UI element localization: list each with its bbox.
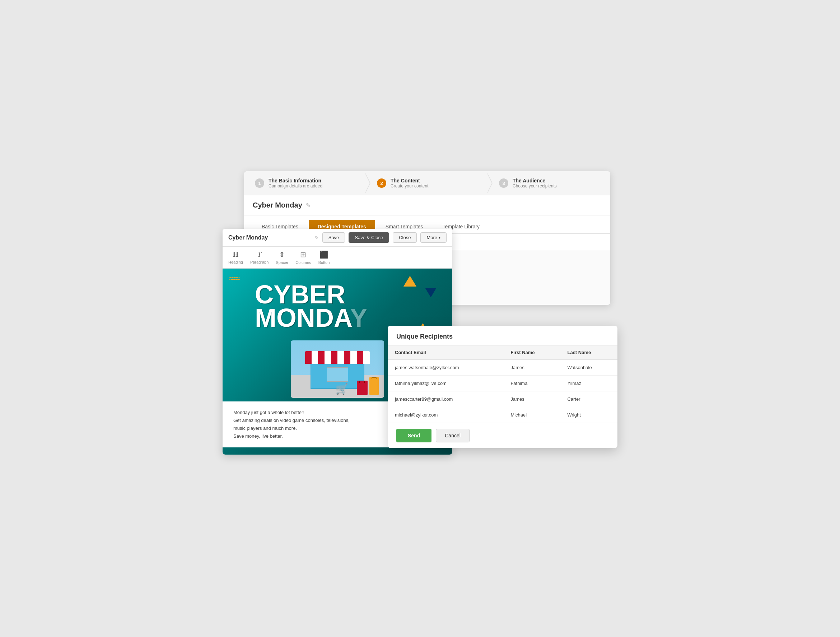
cart-icon: 🛒: [336, 383, 348, 395]
step-info-1: The Basic Information Campaign details a…: [268, 178, 322, 188]
bag-orange: [369, 377, 379, 395]
table-row: jamesccarter89@gmail.comJamesCarter: [388, 391, 617, 407]
cell-first: Michael: [503, 407, 560, 423]
cell-first: Fathima: [503, 376, 560, 391]
recipients-table: Contact Email First Name Last Name james…: [388, 345, 617, 423]
shopping-bags: [357, 377, 379, 395]
store-window: [327, 367, 348, 382]
step-number-1: 1: [255, 179, 264, 188]
toolbar-paragraph[interactable]: T Paragraph: [250, 250, 268, 265]
columns-label: Columns: [295, 260, 311, 265]
cell-email: fathima.yilmaz@live.com: [388, 376, 503, 391]
step-info-2: The Content Create your content: [390, 178, 428, 188]
spacer-icon: ⇕: [279, 250, 285, 259]
paragraph-label: Paragraph: [250, 260, 268, 264]
editor-title: Cyber Monday: [228, 234, 311, 241]
heading-label: Heading: [228, 260, 243, 264]
editor-header: Cyber Monday ✎ Save Save & Close Close M…: [223, 229, 452, 247]
campaign-edit-icon[interactable]: ✎: [306, 202, 311, 209]
step-title-3: The Audience: [513, 178, 557, 183]
toolbar-columns[interactable]: ⊞ Columns: [295, 250, 311, 265]
step-info-3: The Audience Choose your recipients: [513, 178, 557, 188]
wizard-step-2[interactable]: 2 The Content Create your content: [366, 171, 488, 195]
col-email: Contact Email: [388, 345, 503, 360]
table-row: fathima.yilmaz@live.comFathimaYilmaz: [388, 376, 617, 391]
cell-first: James: [503, 391, 560, 407]
table-header-row: Contact Email First Name Last Name: [388, 345, 617, 360]
bag-orange-handle: [371, 377, 377, 379]
more-button[interactable]: More ▾: [420, 232, 447, 243]
editor-toolbar: H Heading T Paragraph ⇕ Spacer ⊞ Columns…: [223, 247, 452, 269]
send-button[interactable]: Send: [396, 429, 431, 443]
cell-last: Watsonhale: [560, 360, 617, 376]
store-awning: [305, 351, 370, 364]
cell-last: Wright: [560, 407, 617, 423]
toolbar-heading[interactable]: H Heading: [228, 250, 243, 265]
campaign-name: Cyber Monday: [253, 201, 302, 209]
bag-red: [357, 381, 368, 395]
toolbar-spacer[interactable]: ⇕ Spacer: [276, 250, 288, 265]
cell-email: james.watsonhale@zylker.com: [388, 360, 503, 376]
save-button[interactable]: Save: [322, 232, 345, 243]
cell-email: jamesccarter89@gmail.com: [388, 391, 503, 407]
wizard-step-1[interactable]: 1 The Basic Information Campaign details…: [244, 171, 366, 195]
dialog-title: Unique Recipients: [388, 326, 617, 345]
table-row: james.watsonhale@zylker.comJamesWatsonha…: [388, 360, 617, 376]
button-icon: ⬛: [319, 250, 328, 259]
close-button[interactable]: Close: [393, 232, 417, 243]
step-sub-2: Create your content: [390, 183, 428, 188]
dialog-footer: Send Cancel: [388, 423, 617, 448]
step-number-3: 3: [499, 179, 508, 188]
zigzag-decoration: ≈≈≈≈: [229, 274, 238, 283]
cell-first: James: [503, 360, 560, 376]
step-sub-3: Choose your recipients: [513, 183, 557, 188]
toolbar-button[interactable]: ⬛ Button: [318, 250, 330, 265]
step-sub-1: Campaign details are added: [268, 183, 322, 188]
cell-last: Carter: [560, 391, 617, 407]
more-chevron-icon: ▾: [439, 236, 441, 240]
bag-red-handle: [359, 381, 365, 383]
store-graphic: 🛒: [291, 340, 384, 398]
triangle-orange-top: [404, 276, 417, 286]
button-label: Button: [318, 260, 330, 265]
col-firstname: First Name: [503, 345, 560, 360]
step-number-2: 2: [377, 179, 386, 188]
save-close-button[interactable]: Save & Close: [349, 232, 389, 243]
wizard-step-3[interactable]: 3 The Audience Choose your recipients: [488, 171, 610, 195]
scene: 1 The Basic Information Campaign details…: [223, 171, 617, 466]
triangle-blue: [425, 288, 436, 297]
columns-icon: ⊞: [300, 250, 306, 259]
recipients-dialog: Unique Recipients Contact Email First Na…: [388, 326, 617, 448]
cancel-button[interactable]: Cancel: [436, 429, 469, 443]
campaign-name-row: Cyber Monday ✎: [244, 195, 610, 215]
col-lastname: Last Name: [560, 345, 617, 360]
table-row: michael@zylker.comMichaelWright: [388, 407, 617, 423]
step-title-2: The Content: [390, 178, 428, 183]
step-title-1: The Basic Information: [268, 178, 322, 183]
heading-icon: H: [233, 250, 239, 259]
wizard: 1 The Basic Information Campaign details…: [244, 171, 610, 195]
paragraph-icon: T: [257, 250, 261, 259]
editor-edit-icon[interactable]: ✎: [314, 235, 319, 240]
cell-last: Yilmaz: [560, 376, 617, 391]
spacer-label: Spacer: [276, 260, 288, 265]
cell-email: michael@zylker.com: [388, 407, 503, 423]
